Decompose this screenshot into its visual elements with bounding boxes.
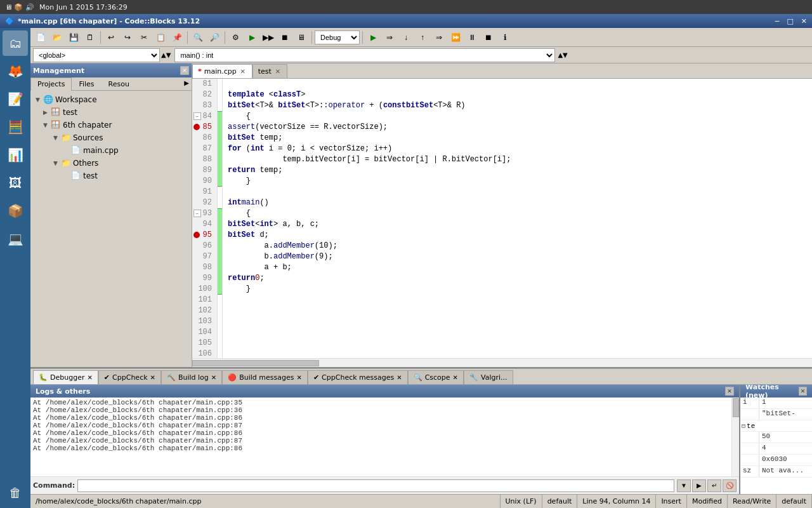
save-all-button[interactable]: 🗒 xyxy=(82,30,98,45)
tab-buildmessages[interactable]: 🔴 Build messages ✕ xyxy=(222,370,308,384)
debug-end-button[interactable]: ⏹ xyxy=(481,30,496,45)
command-send-button[interactable]: ▶ xyxy=(692,479,706,492)
sidebar-icon-amazon[interactable]: 📦 xyxy=(3,198,28,224)
command-dropdown-button[interactable]: ▼ xyxy=(677,479,691,492)
watch-expand-te[interactable]: ⊟ xyxy=(742,422,745,430)
watches-close-button[interactable]: ✕ xyxy=(799,387,807,396)
tab-valgrind[interactable]: 🔧 Valgri... xyxy=(464,370,513,384)
hscroll-thumb[interactable] xyxy=(192,360,319,366)
debug-continue-button[interactable]: ⏩ xyxy=(448,30,463,45)
watches-content[interactable]: i 1 "bitSet- ⊟ te 50 xyxy=(740,398,812,494)
code-editor[interactable]: * main.cpp ✕ test ✕ 81 82 83 xyxy=(192,64,812,367)
tab-files[interactable]: Files xyxy=(72,77,101,90)
line-num-85: 85 xyxy=(192,122,214,133)
copy-button[interactable]: 📋 xyxy=(153,30,168,45)
tab-cscope[interactable]: 🔍 Cscope ✕ xyxy=(408,370,464,384)
panel-more-button[interactable]: ▶ xyxy=(181,77,192,90)
sidebar-icon-terminal[interactable]: 💻 xyxy=(3,226,28,251)
sidebar-icon-present[interactable]: 📊 xyxy=(3,142,28,168)
buildlog-tab-close[interactable]: ✕ xyxy=(211,374,216,381)
sidebar-icon-text[interactable]: 📝 xyxy=(3,86,28,112)
tree-item-others[interactable]: ▼ 📁 Others xyxy=(30,157,192,170)
tree-item-test-project[interactable]: ▶ 🪟 test xyxy=(30,106,192,119)
settings-button[interactable]: ⚙ xyxy=(228,30,243,45)
tab-cppcheck[interactable]: ✔ CppCheck ✕ xyxy=(98,370,161,384)
logs-scrollbar[interactable] xyxy=(731,398,739,476)
build-mode-select[interactable]: Debug Release xyxy=(315,30,360,44)
cut-button[interactable]: ✂ xyxy=(136,30,152,45)
sidebar-icon-browser[interactable]: 🦊 xyxy=(3,58,28,84)
logs-close-button[interactable]: ✕ xyxy=(725,387,734,396)
cppcheck-tab-close[interactable]: ✕ xyxy=(150,374,155,381)
log-entry-4: At /home/alex/code_blocks/6th chapater/m… xyxy=(33,422,729,429)
debug-start-button[interactable]: ▶ xyxy=(365,30,381,45)
tab-projects[interactable]: Projects xyxy=(30,77,72,91)
management-close-button[interactable]: ✕ xyxy=(180,66,189,75)
watches-panel: Watches (new) ✕ i 1 "bitSet- ⊟ xyxy=(739,385,812,494)
tab-main-cpp-close[interactable]: ✕ xyxy=(239,68,247,76)
debug-step-out-button[interactable]: ↑ xyxy=(415,30,430,45)
paste-button[interactable]: 📌 xyxy=(169,30,185,45)
command-enter-button[interactable]: ↵ xyxy=(707,479,721,492)
code-body[interactable]: template <class T> bitSet<T>& bitSet<T>:… xyxy=(223,79,812,358)
horizontal-scrollbar[interactable] xyxy=(192,358,812,367)
sidebar-icon-calc[interactable]: 🧮 xyxy=(3,114,28,140)
stop-button[interactable]: ⏹ xyxy=(277,30,292,45)
logs-content[interactable]: At /home/alex/code_blocks/6th chapater/m… xyxy=(30,398,731,476)
minimize-button[interactable]: ─ xyxy=(775,17,780,25)
debug-run-button[interactable]: ▶▶ xyxy=(261,30,276,45)
find-button[interactable]: 🔍 xyxy=(190,30,206,45)
new-button[interactable]: 📄 xyxy=(33,30,48,45)
debug-step-button[interactable]: ↓ xyxy=(398,30,414,45)
replace-button[interactable]: 🔎 xyxy=(207,30,222,45)
tree-item-chapter[interactable]: ▼ 🪟 6th chapater xyxy=(30,119,192,131)
debugger-tab-close[interactable]: ✕ xyxy=(87,374,92,381)
logs-panel: Logs & others ✕ At /home/alex/code_block… xyxy=(30,385,739,494)
open-button[interactable]: 📂 xyxy=(49,30,65,45)
toolbar-separator-3 xyxy=(225,31,225,44)
tab-test-close[interactable]: ✕ xyxy=(274,68,282,76)
debug-stop-button[interactable]: ⏸ xyxy=(464,30,480,45)
tab-debugger[interactable]: 🐛 Debugger ✕ xyxy=(33,370,98,384)
logs-scroll-thumb[interactable] xyxy=(733,398,739,417)
sidebar-icon-files[interactable]: 🗂 xyxy=(3,30,28,56)
cppcheckmessages-tab-close[interactable]: ✕ xyxy=(396,374,402,381)
tree-item-test-file[interactable]: 📄 test xyxy=(30,170,192,182)
maximize-button[interactable]: □ xyxy=(787,17,793,25)
monitor-button[interactable]: 🖥 xyxy=(294,30,309,45)
tree-item-workspace[interactable]: ▼ 🌐 Workspace xyxy=(30,93,192,106)
save-button[interactable]: 💾 xyxy=(66,30,81,45)
command-stop-button[interactable]: 🚫 xyxy=(723,479,737,492)
command-label: Command: xyxy=(33,481,75,490)
line-num-104: 104 xyxy=(192,327,214,338)
sidebar-icon-image[interactable]: 🖼 xyxy=(3,170,28,196)
tab-cppcheckmessages[interactable]: ✔ CppCheck messages ✕ xyxy=(308,370,408,384)
code-content[interactable]: 81 82 83 84 − 85 86 87 88 89 90 xyxy=(192,79,812,358)
tree-item-sources[interactable]: ▼ 📁 Sources xyxy=(30,131,192,144)
command-input[interactable] xyxy=(77,479,674,492)
code-line-85: assert(vectorSize == R.vectorSize); xyxy=(228,122,812,133)
cscope-tab-close[interactable]: ✕ xyxy=(453,374,458,381)
tree-item-main-cpp[interactable]: 📄 main.cpp xyxy=(30,144,192,157)
test-file-icon: 📄 xyxy=(71,171,81,181)
tab-resources[interactable]: Resou xyxy=(102,77,136,90)
close-button[interactable]: ✕ xyxy=(801,17,807,25)
tab-modified-indicator: * xyxy=(198,67,202,76)
buildmessages-tab-close[interactable]: ✕ xyxy=(297,374,302,381)
management-panel: Management ✕ Projects Files Resou ▶ xyxy=(30,64,192,367)
tab-main-cpp[interactable]: * main.cpp ✕ xyxy=(192,64,252,78)
debug-info-button[interactable]: ℹ xyxy=(497,30,513,45)
code-line-86: bitSet temp; xyxy=(228,133,812,144)
sidebar-icon-trash[interactable]: 🗑 xyxy=(3,480,28,505)
debug-next-button[interactable]: ⇒ xyxy=(382,30,397,45)
run-button[interactable]: ▶ xyxy=(244,30,259,45)
debug-next2-button[interactable]: ⇒ xyxy=(431,30,447,45)
command-bar: Command: ▼ ▶ ↵ 🚫 xyxy=(30,476,739,494)
global-scope-select[interactable]: <global> xyxy=(33,48,160,62)
window-controls[interactable]: ─ □ ✕ xyxy=(775,17,807,25)
undo-button[interactable]: ↩ xyxy=(103,30,119,45)
tab-test[interactable]: test ✕ xyxy=(252,64,287,78)
function-scope-select[interactable]: main() : int xyxy=(174,48,555,62)
tab-buildlog[interactable]: 🔨 Build log ✕ xyxy=(161,370,222,384)
redo-button[interactable]: ↪ xyxy=(120,30,135,45)
